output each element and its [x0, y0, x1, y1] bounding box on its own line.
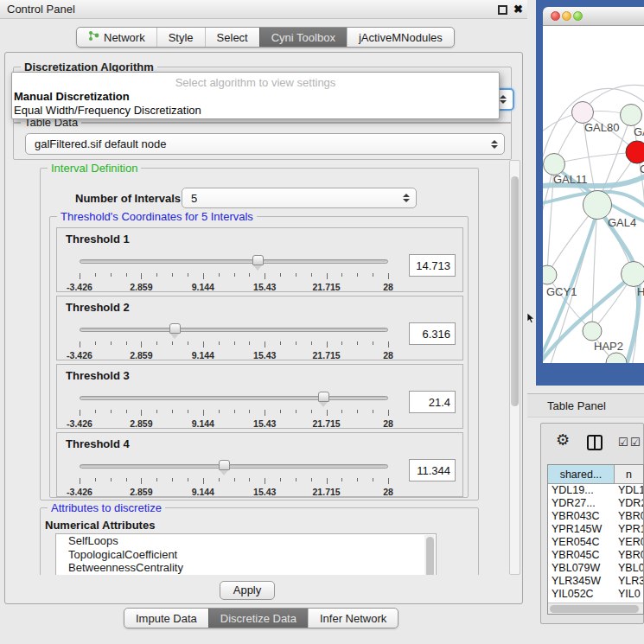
scrollbar-thumb[interactable]: [426, 537, 434, 575]
network-canvas[interactable]: GAL80GACGAL11GAL4GCY1HHAP2: [543, 26, 644, 363]
slider-track[interactable]: [80, 396, 388, 400]
list-item[interactable]: BetweennessCentrality: [56, 561, 436, 575]
float-window-icon[interactable]: [498, 5, 507, 15]
table-row[interactable]: YPR145WYPR1: [548, 523, 643, 536]
threshold-4-slider[interactable]: -3.4262.8599.14415.4321.71528: [80, 459, 388, 498]
table-row[interactable]: YLR345WYLR3: [548, 575, 643, 588]
cell-name[interactable]: YPR1: [615, 523, 643, 536]
list-item[interactable]: SelfLoops: [56, 534, 436, 548]
table-row[interactable]: YER054CYER0: [548, 536, 643, 549]
network-node-h[interactable]: [622, 262, 644, 287]
network-node-ga[interactable]: [621, 105, 642, 126]
slider-thumb[interactable]: [252, 255, 264, 265]
split-columns-icon[interactable]: [587, 435, 603, 450]
apply-button[interactable]: Apply: [220, 581, 275, 600]
settings-vertical-scrollbar[interactable]: [509, 160, 520, 575]
column-header-shared-name[interactable]: shared...: [548, 465, 615, 484]
tick-mark: [388, 273, 389, 279]
network-node-c[interactable]: [626, 141, 644, 163]
table-data-combobox[interactable]: galFiltered.sif default node: [25, 133, 505, 155]
network-node-gcy1[interactable]: [543, 265, 557, 284]
checked-box-icon[interactable]: ☑: [630, 436, 641, 449]
column-header-name[interactable]: n: [615, 465, 643, 484]
tab-impute-data[interactable]: Impute Data: [124, 609, 208, 628]
cell-name[interactable]: YBR0: [615, 549, 643, 562]
cell-shared-name[interactable]: YBL079W: [548, 562, 615, 575]
minimize-traffic-light[interactable]: [562, 11, 571, 21]
attributes-list-scrollbar[interactable]: [424, 535, 435, 575]
cell-shared-name[interactable]: YBR043C: [548, 510, 615, 523]
table-row[interactable]: YBL079WYBL0: [548, 562, 643, 575]
scrollbar-thumb[interactable]: [511, 176, 519, 406]
tick-mark: [357, 341, 358, 345]
slider-track[interactable]: [80, 328, 388, 332]
table-horizontal-scrollbar[interactable]: [548, 603, 643, 614]
scrollbar-thumb[interactable]: [550, 605, 639, 613]
threshold-2-value-field[interactable]: [409, 322, 456, 345]
cell-shared-name[interactable]: YER054C: [548, 536, 615, 549]
slider-track[interactable]: [80, 464, 388, 469]
tick-mark: [141, 478, 142, 484]
algorithm-option-equal-width-frequency[interactable]: Equal Width/Frequency Discretization: [12, 104, 499, 118]
cell-name[interactable]: YIL0: [615, 588, 643, 601]
cell-shared-name[interactable]: YIL052C: [548, 588, 615, 601]
node-table-body: YDL19...YDL1YDR27...YDR2YBR043CYBR0YPR14…: [548, 484, 643, 601]
slider-track[interactable]: [80, 259, 388, 264]
slider-thumb[interactable]: [219, 460, 230, 470]
tick-mark: [388, 478, 389, 484]
threshold-4-value-field[interactable]: [409, 459, 456, 481]
network-node-gal11[interactable]: [544, 154, 565, 175]
cell-shared-name[interactable]: YPR145W: [548, 523, 615, 536]
cell-shared-name[interactable]: YBR045C: [548, 549, 615, 562]
tab-select[interactable]: Select: [205, 28, 259, 47]
network-node-gal80[interactable]: [572, 102, 594, 124]
network-node-gal4[interactable]: [583, 191, 612, 220]
cell-shared-name[interactable]: YLR345W: [548, 575, 615, 588]
close-icon[interactable]: ✖: [513, 2, 523, 17]
cell-name[interactable]: YDL1: [615, 484, 643, 497]
tick-mark: [357, 273, 358, 277]
network-node-hap2[interactable]: [583, 322, 602, 341]
slider-thumb[interactable]: [169, 323, 181, 334]
threshold-3-slider[interactable]: -3.4262.8599.14415.4321.71528: [80, 391, 388, 430]
tick-mark: [280, 341, 281, 345]
table-row[interactable]: YDL19...YDL1: [548, 484, 643, 497]
cell-name[interactable]: YLR3: [615, 575, 643, 588]
threshold-1-slider[interactable]: -3.4262.8599.14415.4321.71528: [80, 254, 388, 293]
zoom-traffic-light[interactable]: [573, 11, 583, 21]
threshold-1-value-field[interactable]: [409, 254, 456, 277]
cell-shared-name[interactable]: YDR27...: [548, 497, 615, 510]
slider-thumb[interactable]: [318, 392, 329, 402]
table-row[interactable]: YIL052CYIL0: [548, 588, 643, 601]
gear-icon[interactable]: ⚙: [556, 430, 570, 450]
scale-label: 21.715: [313, 350, 341, 360]
tab-style[interactable]: Style: [156, 28, 205, 47]
table-row[interactable]: YBR045CYBR0: [548, 549, 643, 562]
cell-name[interactable]: YER0: [615, 536, 643, 549]
threshold-3-value-field[interactable]: [409, 391, 456, 413]
table-row[interactable]: YBR043CYBR0: [548, 510, 643, 523]
checked-box-icon[interactable]: ☑: [618, 436, 628, 449]
cell-name[interactable]: YDR2: [615, 497, 643, 510]
tick-mark: [327, 341, 328, 348]
numerical-attributes-list[interactable]: SelfLoopsTopologicalCoefficientBetweenne…: [55, 533, 437, 575]
algorithm-option-manual-discretization[interactable]: Manual Discretization: [12, 90, 499, 104]
cell-shared-name[interactable]: YDL19...: [548, 484, 615, 497]
table-row[interactable]: YDR27...YDR2: [548, 497, 643, 510]
tab-cyni-toolbox[interactable]: Cyni Toolbox: [259, 28, 347, 47]
cell-name[interactable]: YBR0: [615, 510, 643, 523]
node-table: shared... n YDL19...YDL1YDR27...YDR2YBR0…: [547, 464, 644, 615]
tick-mark: [80, 410, 80, 416]
cell-name[interactable]: YBL0: [615, 562, 643, 575]
tab-discretize-data[interactable]: Discretize Data: [208, 609, 308, 628]
network-node[interactable]: [606, 353, 627, 363]
tick-mark: [188, 273, 188, 277]
tab-infer-network[interactable]: Infer Network: [308, 609, 398, 628]
threshold-2-slider[interactable]: -3.4262.8599.14415.4321.71528: [80, 322, 388, 361]
network-edge: [554, 152, 637, 164]
close-traffic-light[interactable]: [551, 11, 560, 21]
number-of-intervals-combobox[interactable]: 5: [182, 188, 417, 208]
list-item[interactable]: TopologicalCoefficient: [56, 548, 436, 562]
tab-jactivemnodules[interactable]: jActiveMNodules: [347, 28, 454, 47]
tab-network[interactable]: Network: [77, 28, 156, 47]
